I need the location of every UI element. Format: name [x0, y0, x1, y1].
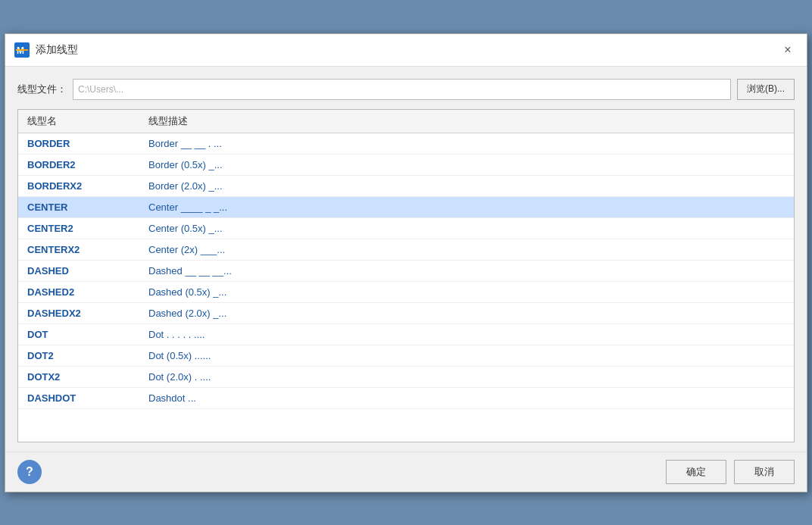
item-name: BORDER — [18, 138, 139, 149]
item-desc: Dashed (2.0x) _... — [139, 308, 794, 319]
file-label: 线型文件： — [17, 83, 67, 96]
close-button[interactable]: × — [778, 40, 798, 60]
list-item[interactable]: DOTX2Dot (2.0x) . .... — [18, 367, 794, 388]
list-item[interactable]: BORDERBorder __ __ . ... — [18, 133, 794, 155]
item-desc: Center (2x) ___... — [139, 244, 794, 255]
dialog-body: 线型文件： 浏览(B)... 线型名 线型描述 BORDERBorder __ … — [5, 67, 807, 452]
item-desc: Dot (0.5x) ...... — [139, 350, 794, 361]
list-item[interactable]: DASHEDDashed __ __ __... — [18, 261, 794, 282]
item-name: DASHED — [18, 265, 139, 277]
list-item[interactable]: DOTDot . . . . . .... — [18, 324, 794, 345]
list-item[interactable]: BORDER2Border (0.5x) _... — [18, 155, 794, 176]
title-bar: M 添加线型 × — [5, 34, 807, 67]
linetype-list-container: 线型名 线型描述 BORDERBorder __ __ . ...BORDER2… — [17, 109, 795, 442]
file-input[interactable] — [73, 79, 731, 100]
list-item[interactable]: CENTER2Center (0.5x) _... — [18, 218, 794, 239]
title-bar-left: M 添加线型 — [14, 42, 78, 58]
item-name: DASHED2 — [18, 286, 139, 298]
list-header: 线型名 线型描述 — [18, 110, 794, 133]
item-desc: Dot (2.0x) . .... — [139, 371, 794, 383]
item-name: CENTER — [18, 202, 139, 213]
list-item[interactable]: CENTERX2Center (2x) ___... — [18, 239, 794, 261]
header-desc: 线型描述 — [139, 114, 794, 128]
item-desc: Dot . . . . . .... — [139, 329, 794, 340]
list-item[interactable]: DASHED2Dashed (0.5x) _... — [18, 282, 794, 303]
item-name: DASHEDX2 — [18, 308, 139, 319]
item-desc: Center (0.5x) _... — [139, 223, 794, 234]
list-item[interactable]: BORDERX2Border (2.0x) _... — [18, 176, 794, 197]
item-desc: Border __ __ . ... — [139, 138, 794, 149]
help-button[interactable]: ? — [17, 460, 42, 484]
file-row: 线型文件： 浏览(B)... — [17, 79, 795, 100]
list-item[interactable]: DASHDOTDashdot ... — [18, 388, 794, 409]
list-item[interactable]: DOT2Dot (0.5x) ...... — [18, 345, 794, 367]
item-desc: Border (0.5x) _... — [139, 159, 794, 170]
item-name: DASHDOT — [18, 392, 139, 404]
header-name: 线型名 — [18, 114, 139, 128]
dialog-title: 添加线型 — [36, 43, 78, 57]
cancel-button[interactable]: 取消 — [734, 460, 795, 484]
list-item[interactable]: DASHEDX2Dashed (2.0x) _... — [18, 303, 794, 324]
app-icon: M — [14, 42, 30, 58]
footer: ? 确定 取消 — [5, 452, 807, 492]
item-desc: Center ____ _ _... — [139, 202, 794, 213]
list-scroll[interactable]: BORDERBorder __ __ . ...BORDER2Border (0… — [18, 133, 794, 442]
item-desc: Border (2.0x) _... — [139, 180, 794, 192]
footer-right: 确定 取消 — [666, 460, 795, 484]
item-name: CENTER2 — [18, 223, 139, 234]
item-name: DOT2 — [18, 350, 139, 361]
list-item[interactable]: CENTERCenter ____ _ _... — [18, 197, 794, 218]
item-desc: Dashed __ __ __... — [139, 265, 794, 277]
item-desc: Dashdot ... — [139, 392, 794, 404]
item-name: DOTX2 — [18, 371, 139, 383]
ok-button[interactable]: 确定 — [666, 460, 726, 484]
item-desc: Dashed (0.5x) _... — [139, 286, 794, 298]
item-name: CENTERX2 — [18, 244, 139, 255]
add-linetype-dialog: M 添加线型 × 线型文件： 浏览(B)... 线型名 线型描述 BORDERB… — [5, 33, 807, 492]
item-name: BORDERX2 — [18, 180, 139, 192]
browse-button[interactable]: 浏览(B)... — [737, 79, 795, 100]
item-name: DOT — [18, 329, 139, 340]
item-name: BORDER2 — [18, 159, 139, 170]
